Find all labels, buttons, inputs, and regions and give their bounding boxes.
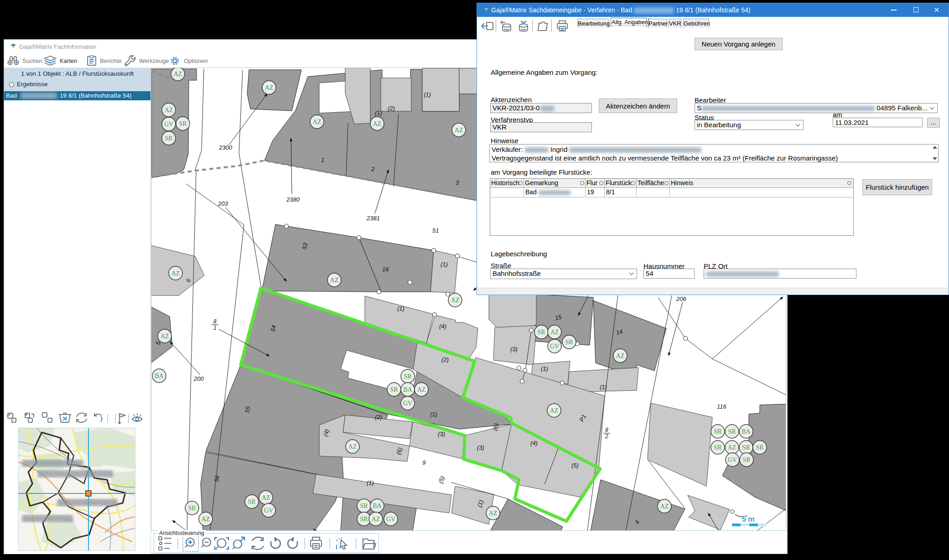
svg-text:GV: GV: [550, 343, 559, 350]
svg-text:(1): (1): [441, 261, 448, 268]
svg-text:(3): (3): [477, 444, 484, 451]
svg-text:51: 51: [432, 227, 439, 234]
svg-text:(2): (2): [388, 105, 395, 112]
svg-text:AZ: AZ: [171, 270, 180, 277]
svg-text:2381: 2381: [366, 215, 380, 222]
svg-text:2380: 2380: [286, 196, 300, 203]
svg-text:16: 16: [382, 266, 389, 273]
svg-text:2300: 2300: [218, 144, 233, 151]
svg-text:GV: GV: [386, 516, 395, 523]
svg-text:AZ: AZ: [372, 516, 380, 523]
svg-text:SR: SR: [188, 505, 196, 512]
svg-text:SR: SR: [714, 444, 722, 451]
svg-text:SR: SR: [248, 498, 256, 505]
svg-text:AZ: AZ: [165, 107, 173, 114]
svg-text:8: 8: [605, 427, 608, 433]
svg-text:2: 2: [371, 166, 375, 172]
svg-text:AZ: AZ: [455, 127, 463, 134]
svg-text:AZ: AZ: [660, 503, 669, 510]
svg-text:8: 8: [213, 318, 217, 325]
svg-text:1: 1: [213, 325, 217, 331]
svg-text:SR: SR: [756, 444, 764, 451]
svg-text:SR: SR: [360, 503, 368, 509]
svg-text:AZ: AZ: [616, 353, 625, 359]
svg-text:5 m: 5 m: [742, 515, 755, 523]
svg-text:i: i: [336, 544, 337, 550]
svg-text:GV: GV: [728, 456, 737, 463]
svg-text:SR: SR: [360, 516, 368, 523]
svg-text:(1): (1): [600, 384, 607, 390]
svg-text:AZ: AZ: [330, 277, 339, 284]
svg-text:(1): (1): [430, 411, 437, 418]
svg-text:BA: BA: [155, 373, 164, 379]
svg-text:GV: GV: [164, 121, 173, 128]
svg-text:AZ: AZ: [489, 510, 498, 517]
svg-text:9: 9: [422, 459, 425, 466]
svg-text:AZ: AZ: [451, 297, 460, 304]
svg-text:AZ: AZ: [161, 333, 169, 340]
svg-text:(2): (2): [375, 414, 382, 420]
svg-text:AZ: AZ: [202, 516, 210, 523]
svg-text:SR: SR: [742, 456, 751, 463]
svg-text:(2): (2): [441, 356, 449, 363]
svg-text:(3): (3): [438, 430, 445, 437]
svg-text:AZ: AZ: [313, 119, 322, 125]
svg-text:2: 2: [605, 433, 608, 440]
svg-text:AZ: AZ: [265, 84, 274, 91]
svg-text:SR: SR: [165, 135, 173, 142]
svg-text:SR: SR: [565, 339, 573, 346]
svg-text:GV: GV: [403, 400, 412, 407]
svg-text:SR: SR: [179, 120, 187, 127]
svg-text:SR: SR: [714, 428, 722, 435]
svg-text:(3): (3): [510, 346, 518, 353]
svg-text:(1): (1): [397, 305, 404, 312]
svg-text:(1): (1): [375, 109, 382, 116]
svg-text:(4): (4): [530, 440, 538, 446]
svg-text:AZ: AZ: [348, 443, 357, 450]
svg-text:(1): (1): [424, 91, 431, 98]
svg-text:14: 14: [616, 328, 623, 336]
svg-text:SR: SR: [742, 444, 750, 451]
svg-text:AZ: AZ: [174, 71, 182, 78]
svg-text:SR: SR: [728, 428, 736, 435]
svg-text:BA: BA: [403, 386, 412, 393]
svg-text:AZ: AZ: [417, 386, 426, 393]
svg-text:BA: BA: [742, 428, 751, 435]
svg-text:BA: BA: [373, 503, 382, 509]
svg-text:SR: SR: [404, 373, 412, 380]
svg-text:3: 3: [456, 179, 459, 186]
svg-text:AZ: AZ: [728, 444, 736, 451]
svg-text:AZ: AZ: [373, 120, 382, 127]
svg-text:AZ: AZ: [262, 494, 270, 501]
svg-text:116: 116: [717, 403, 726, 410]
svg-text:AZ: AZ: [550, 407, 559, 414]
svg-text:54: 54: [269, 324, 277, 332]
svg-text:SR: SR: [537, 329, 545, 336]
svg-text:200: 200: [193, 375, 204, 382]
svg-text:1: 1: [321, 156, 324, 163]
svg-text:(1): (1): [367, 479, 374, 486]
svg-text:SR: SR: [390, 386, 398, 393]
svg-text:AZ: AZ: [550, 329, 559, 336]
svg-text:GV: GV: [264, 507, 273, 514]
svg-text:(5): (5): [571, 462, 579, 469]
svg-text:(4): (4): [439, 323, 446, 330]
svg-text:(1): (1): [541, 365, 548, 372]
svg-text:206: 206: [676, 296, 686, 302]
svg-text:203: 203: [218, 200, 228, 207]
